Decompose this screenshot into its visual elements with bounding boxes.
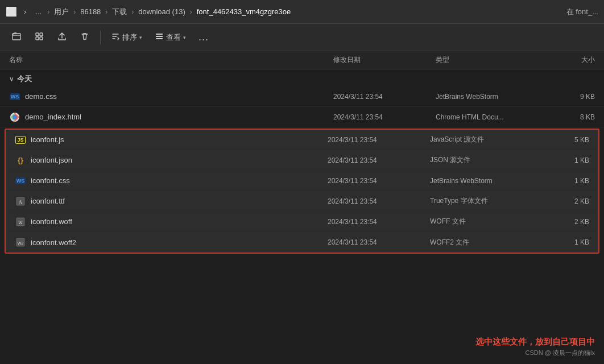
svg-rect-1 — [36, 33, 39, 36]
view-label: 查看 — [166, 32, 181, 43]
file-list-header: 名称 修改日期 类型 大小 — [0, 51, 604, 69]
file-size: 1 KB — [544, 156, 589, 164]
json-file-icon: {} — [15, 155, 26, 166]
file-row[interactable]: WS demo.css 2024/3/11 23:54 JetBrains We… — [0, 86, 604, 107]
file-row[interactable]: A iconfont.ttf 2024/3/11 23:54 TrueType … — [6, 191, 598, 212]
sep5: › — [190, 8, 192, 16]
new-folder-button[interactable] — [7, 28, 26, 47]
svg-rect-7 — [156, 38, 163, 39]
share-button[interactable] — [52, 28, 72, 47]
file-size: 9 KB — [549, 93, 595, 101]
breadcrumb-font-folder: font_4462433_vm4gzgre3oe — [195, 6, 293, 17]
svg-text:W: W — [19, 221, 23, 225]
credit-text: CSDN @ 凌晨一点的猫lx — [475, 349, 595, 357]
breadcrumb-download13[interactable]: download (13) — [136, 6, 187, 17]
file-type: TrueType 字体文件 — [430, 196, 544, 206]
file-type: JetBrains WebStorm — [436, 93, 549, 101]
file-name: iconfont.woff2 — [31, 238, 76, 247]
svg-text:W2: W2 — [18, 241, 24, 245]
js-file-icon: JS — [15, 134, 26, 146]
toolbar-divider — [100, 31, 101, 44]
file-type: JetBrains WebStorm — [430, 177, 544, 185]
header-size[interactable]: 大小 — [549, 55, 595, 65]
svg-rect-0 — [13, 34, 20, 40]
sort-button[interactable]: 排序 ▾ — [106, 28, 147, 47]
view-icon — [155, 32, 164, 43]
file-type: JavaScript 源文件 — [430, 135, 544, 144]
svg-point-10 — [13, 115, 16, 119]
file-list: 名称 修改日期 类型 大小 ∨ 今天 WS demo.css 2024/3/11… — [0, 51, 604, 255]
delete-button[interactable] — [75, 28, 94, 47]
svg-rect-4 — [40, 37, 43, 40]
nav-forward[interactable]: › — [20, 5, 30, 18]
bottom-annotation-area: 选中这些文件，放到自己项目中 CSDN @ 凌晨一点的猫lx — [475, 337, 595, 357]
file-date: 2024/3/11 23:54 — [333, 113, 436, 121]
chrome-html-icon — [9, 111, 20, 123]
file-row[interactable]: JS iconfont.js 2024/3/11 23:54 JavaScrip… — [6, 130, 598, 150]
breadcrumb-86188[interactable]: 86188 — [78, 6, 103, 17]
file-type: WOFF 文件 — [430, 217, 544, 226]
file-name: iconfont.json — [31, 156, 72, 164]
file-size: 1 KB — [544, 177, 589, 185]
cut-icon — [34, 31, 44, 44]
highlighted-group: JS iconfont.js 2024/3/11 23:54 JavaScrip… — [5, 129, 599, 254]
svg-rect-3 — [36, 37, 39, 40]
file-name: iconfont.woff — [31, 217, 72, 226]
section-today: ∨ 今天 — [0, 69, 604, 86]
sort-label: 排序 — [122, 32, 137, 43]
header-name[interactable]: 名称 — [9, 55, 333, 65]
cut-button[interactable] — [30, 28, 49, 47]
file-date: 2024/3/11 23:54 — [328, 156, 430, 164]
nav-ellipsis[interactable]: ... — [32, 5, 45, 18]
file-date: 2024/3/11 23:54 — [328, 136, 430, 144]
file-name: iconfont.css — [31, 176, 70, 185]
toolbar: 排序 ▾ 查看 ▾ ... — [0, 24, 604, 51]
new-folder-icon — [11, 31, 22, 44]
header-type[interactable]: 类型 — [436, 55, 549, 65]
address-bar: ⬜ › ... › 用户 › 86188 › 下载 › download (13… — [0, 0, 604, 24]
delete-icon — [80, 31, 90, 44]
annotation-text: 选中这些文件，放到自己项目中 — [475, 337, 595, 348]
ws-css-2-icon: WS — [15, 175, 26, 187]
file-size: 8 KB — [549, 113, 595, 121]
svg-rect-6 — [156, 36, 163, 37]
file-size: 5 KB — [544, 136, 589, 144]
file-type: JSON 源文件 — [430, 155, 544, 165]
sep1: › — [47, 8, 49, 16]
svg-rect-5 — [156, 34, 163, 35]
svg-rect-2 — [40, 33, 43, 36]
breadcrumb-download-folder[interactable]: 下载 — [110, 6, 129, 18]
file-date: 2024/3/11 23:54 — [328, 218, 430, 226]
svg-text:A: A — [19, 200, 22, 205]
breadcrumb-users[interactable]: 用户 — [52, 6, 71, 18]
section-chevron-icon: ∨ — [9, 76, 14, 83]
file-row[interactable]: demo_index.html 2024/3/11 23:54 Chrome H… — [0, 107, 604, 127]
header-date[interactable]: 修改日期 — [333, 55, 436, 65]
file-type: Chrome HTML Docu... — [436, 113, 549, 121]
sep4: › — [131, 8, 134, 16]
file-size: 2 KB — [544, 197, 589, 205]
sep3: › — [105, 8, 107, 16]
sort-chevron-icon: ▾ — [139, 35, 142, 40]
file-row[interactable]: W2 iconfont.woff2 2024/3/11 23:54 WOFF2 … — [6, 232, 598, 253]
view-chevron-icon: ▾ — [183, 35, 186, 40]
file-date: 2024/3/11 23:54 — [333, 93, 436, 101]
sep2: › — [73, 8, 76, 16]
file-name: iconfont.js — [31, 135, 64, 144]
woff2-file-icon: W2 — [15, 237, 26, 248]
address-right-text: 在 font_... — [566, 7, 598, 17]
share-icon — [57, 31, 67, 44]
section-today-label: 今天 — [17, 74, 32, 84]
file-date: 2024/3/11 23:54 — [328, 197, 430, 205]
file-size: 2 KB — [544, 218, 589, 226]
view-button[interactable]: 查看 ▾ — [150, 28, 191, 47]
file-row[interactable]: WS iconfont.css 2024/3/11 23:54 JetBrain… — [6, 171, 598, 191]
file-row[interactable]: W iconfont.woff 2024/3/11 23:54 WOFF 文件 … — [6, 212, 598, 232]
file-name: iconfont.ttf — [31, 197, 65, 205]
file-row[interactable]: {} iconfont.json 2024/3/11 23:54 JSON 源文… — [6, 150, 598, 171]
woff-file-icon: W — [15, 216, 26, 228]
more-button[interactable]: ... — [194, 28, 213, 47]
sort-icon — [111, 32, 120, 43]
ws-css-icon: WS — [9, 91, 20, 102]
more-icon: ... — [198, 31, 209, 43]
